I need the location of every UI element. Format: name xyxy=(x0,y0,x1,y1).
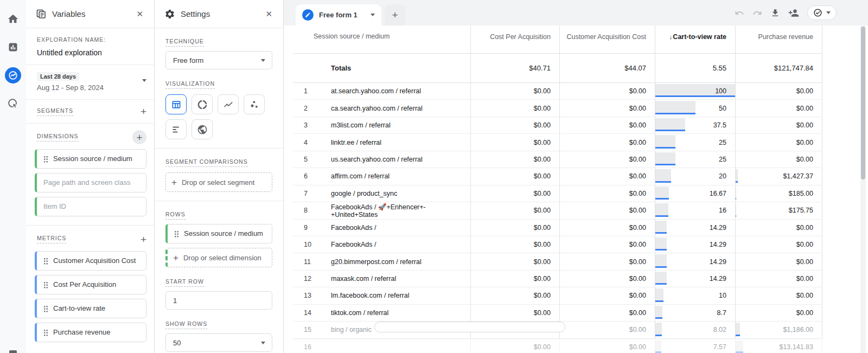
metric-chip-purchase-revenue[interactable]: Purchase revenue xyxy=(35,323,146,342)
segment-drop-zone[interactable]: + Drop or select segment xyxy=(165,172,272,192)
table-row[interactable]: 14tiktok.com / referral $0.00 $0.00 8.7 … xyxy=(293,305,822,322)
row-cart: 14.29 xyxy=(655,253,736,269)
table-header-row: Session source / medium Cost Per Acquisi… xyxy=(293,25,822,54)
table-row[interactable]: 12maxask.com / referral $0.00 $0.00 14.2… xyxy=(293,271,822,287)
drag-handle-icon[interactable] xyxy=(174,230,179,238)
dimension-chip-session-source-medium[interactable]: Session source / medium xyxy=(35,149,146,169)
chevron-down-icon xyxy=(826,11,831,14)
exploration-name-label: EXPLORATION NAME: xyxy=(37,36,106,44)
table-row[interactable]: 4linktr.ee / referral $0.00 $0.00 25 $0.… xyxy=(293,134,822,151)
chevron-down-icon xyxy=(261,342,265,344)
variables-close-icon[interactable]: ✕ xyxy=(134,7,145,21)
drag-handle-icon[interactable] xyxy=(43,305,48,312)
cart-bar xyxy=(655,272,667,285)
table-row[interactable]: 16 $0.00 $0.00 7.57 $13,141.83 xyxy=(293,339,822,353)
dimensions-label: DIMENSIONS xyxy=(37,133,79,142)
column-header-cart-to-view[interactable]: ↓Cart-to-view rate xyxy=(655,25,736,53)
rows-dimension-chip[interactable]: Session source / medium xyxy=(165,224,272,243)
undo-icon[interactable] xyxy=(735,8,744,18)
reports-icon[interactable] xyxy=(5,39,21,55)
row-number: 13 xyxy=(304,292,331,299)
drag-handle-icon[interactable] xyxy=(43,281,48,288)
viz-geo-button[interactable] xyxy=(192,119,213,139)
download-icon[interactable] xyxy=(770,8,780,18)
viz-line-button[interactable] xyxy=(218,94,239,114)
horizontal-scrollbar[interactable] xyxy=(374,322,565,332)
gear-icon xyxy=(164,9,175,20)
table-row[interactable]: 8FacebookAds / 🚀+Enhencer+-+United+State… xyxy=(293,202,822,219)
applied-status-button[interactable] xyxy=(807,5,837,20)
row-number: 10 xyxy=(304,241,331,248)
metric-chip-cost-per-acquisition[interactable]: Cost Per Acquisition xyxy=(35,275,146,294)
viz-table-button[interactable] xyxy=(165,94,187,114)
add-segment-icon[interactable]: + xyxy=(141,106,146,117)
column-header-cpa[interactable]: Cost Per Acquisition xyxy=(471,25,560,53)
row-cpa: $0.00 xyxy=(471,339,560,353)
row-revenue: $0.00 xyxy=(736,305,822,321)
table-row[interactable]: 13lm.facebook.com / referral $0.00 $0.00… xyxy=(293,287,822,304)
share-add-user-icon[interactable] xyxy=(788,8,799,18)
table-row[interactable]: 1at.search.yahoo.com / referral $0.00 $0… xyxy=(293,83,822,100)
vertical-scrollbar[interactable] xyxy=(860,25,866,353)
viz-scatter-button[interactable] xyxy=(244,94,265,114)
metric-chip-customer-acquisition-cost[interactable]: Customer Acquisition Cost xyxy=(35,251,146,271)
row-source: g20.bimmerpost.com / referral xyxy=(331,258,422,266)
cart-bar xyxy=(655,238,667,251)
table-row[interactable]: 6affirm.com / referral $0.00 $0.00 20 $1… xyxy=(293,168,822,185)
redo-icon[interactable] xyxy=(752,8,762,18)
tab-caret-icon[interactable] xyxy=(371,14,375,16)
table-row[interactable]: 9FacebookAds / $0.00 $0.00 14.29 $0.00 xyxy=(293,220,822,236)
row-cpa: $0.00 xyxy=(471,83,560,99)
row-source: lm.facebook.com / referral xyxy=(331,292,410,299)
drag-handle-icon[interactable] xyxy=(43,156,48,163)
explore-icon[interactable] xyxy=(5,67,21,84)
dimension-chip-page-path[interactable]: Page path and screen class xyxy=(35,173,146,192)
revenue-bar xyxy=(736,169,738,182)
dimension-chip-item-id[interactable]: Item ID xyxy=(35,197,146,216)
drag-handle-icon[interactable] xyxy=(43,329,48,336)
metric-chip-cart-to-view-rate[interactable]: Cart-to-view rate xyxy=(35,299,146,318)
column-header-cac[interactable]: Customer Acquisition Cost xyxy=(560,25,655,53)
show-rows-label: SHOW ROWS xyxy=(165,320,207,329)
add-metric-icon[interactable]: + xyxy=(141,234,146,245)
row-revenue: $0.00 xyxy=(736,151,822,168)
column-header-revenue[interactable]: Purchase revenue xyxy=(736,25,822,53)
advertising-icon[interactable] xyxy=(5,95,21,112)
viz-donut-button[interactable] xyxy=(192,94,213,114)
row-number: 1 xyxy=(304,87,331,95)
scrollbar-thumb[interactable] xyxy=(861,27,865,179)
table-row[interactable]: 7google / product_sync $0.00 $0.00 16.67… xyxy=(293,185,822,202)
start-row-input[interactable]: 1 xyxy=(165,291,272,310)
table-row[interactable]: 2ca.search.yahoo.com / referral $0.00 $0… xyxy=(293,100,822,117)
cart-bar xyxy=(655,118,685,131)
home-icon[interactable] xyxy=(5,11,21,27)
table-row[interactable]: 3m3list.com / referral $0.00 $0.00 37.5 … xyxy=(293,117,822,134)
viz-bar-button[interactable] xyxy=(165,119,187,139)
technique-select[interactable]: Free form xyxy=(165,51,272,69)
date-range-preset-badge: Last 28 days xyxy=(37,72,79,81)
row-cac: $0.00 xyxy=(560,220,655,236)
add-tab-button[interactable]: + xyxy=(385,4,405,25)
row-number: 15 xyxy=(304,326,331,333)
row-cart: 16.67 xyxy=(655,185,736,202)
totals-label: Totals xyxy=(293,54,471,82)
add-dimension-button[interactable]: + xyxy=(132,130,146,144)
column-header-source[interactable]: Session source / medium xyxy=(293,25,471,53)
settings-close-icon[interactable]: ✕ xyxy=(263,7,275,21)
table-row[interactable]: 5us.search.yahoo.com / referral $0.00 $0… xyxy=(293,151,822,168)
add-icon: + xyxy=(136,132,142,143)
table-row[interactable]: 10FacebookAds / $0.00 $0.00 14.29 $0.00 xyxy=(293,236,822,253)
exploration-name-input[interactable]: Untitled exploration xyxy=(37,48,143,57)
show-rows-select[interactable]: 50 xyxy=(165,333,272,352)
row-cart: 25 xyxy=(655,134,736,150)
tab-free-form-1[interactable]: Free form 1 xyxy=(296,4,381,25)
date-range-selector[interactable]: Last 28 days Aug 12 - Sep 8, 2024 xyxy=(26,65,154,100)
row-cac: $0.00 xyxy=(560,236,655,253)
table-row[interactable]: 11g20.bimmerpost.com / referral $0.00 $0… xyxy=(293,253,822,270)
row-number: 5 xyxy=(304,156,331,163)
drag-handle-icon[interactable] xyxy=(43,258,48,265)
row-number: 12 xyxy=(304,275,331,283)
row-cart: 8.7 xyxy=(655,305,736,321)
dimension-drop-zone[interactable]: + Drop or select dimension xyxy=(165,248,272,267)
row-source: FacebookAds / xyxy=(331,241,376,248)
